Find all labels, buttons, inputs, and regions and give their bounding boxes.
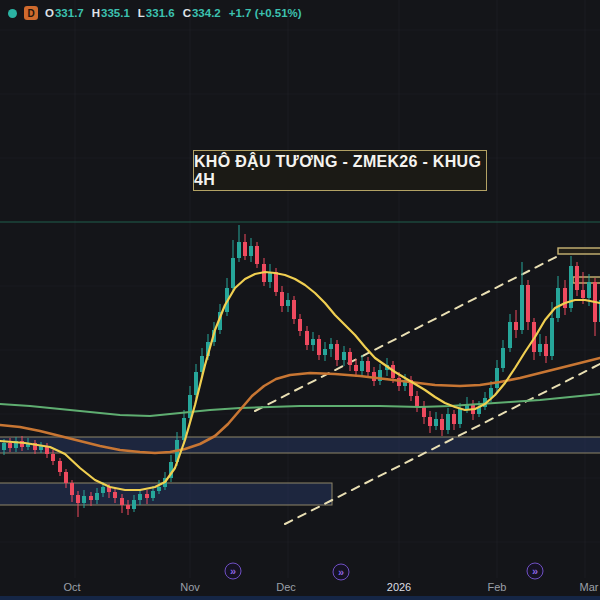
candle-body <box>101 487 105 493</box>
candle-body <box>428 417 432 426</box>
replay-jump-icon[interactable]: » <box>225 563 242 580</box>
candle-body <box>323 349 327 355</box>
candle-body <box>58 461 62 472</box>
candle-body <box>360 361 364 371</box>
candle-body <box>440 419 444 430</box>
candle-body <box>2 443 6 450</box>
candle-body <box>95 493 99 500</box>
candle-body <box>526 285 530 322</box>
candle-body <box>563 288 567 308</box>
candle-body <box>587 282 591 298</box>
bottom-panel-divider <box>0 596 600 600</box>
time-axis-label-mar: Mar <box>580 581 599 593</box>
replay-jump-icon[interactable]: » <box>527 563 544 580</box>
candle-body <box>280 292 284 306</box>
candle-body <box>76 495 80 503</box>
chart-title-text: KHÔ ĐẬU TƯƠNG - ZMEK26 - KHUG 4H <box>194 153 486 189</box>
candle-body <box>415 396 419 406</box>
candle-body <box>8 443 12 448</box>
candle-body <box>249 246 253 256</box>
candle-body <box>366 361 370 372</box>
candle-body <box>501 348 505 368</box>
candle-body <box>89 496 93 500</box>
candle-body <box>317 339 321 355</box>
close-value: 334.2 <box>192 7 221 19</box>
candle-body <box>274 272 278 292</box>
candle-body <box>286 300 290 306</box>
candle-body <box>544 344 548 356</box>
candle-body <box>298 319 302 331</box>
time-axis-label-2026: 2026 <box>387 581 411 593</box>
candle-body <box>495 368 499 388</box>
low-label: L <box>138 7 145 19</box>
candle-body <box>243 242 247 256</box>
channel-trendline <box>255 255 560 411</box>
candle-body <box>452 414 456 424</box>
candle-body <box>231 258 235 288</box>
candle-body <box>292 300 296 319</box>
candle-body <box>151 491 155 498</box>
candle-body <box>520 285 524 330</box>
sd-zone <box>0 437 600 453</box>
replay-jump-icon[interactable]: » <box>333 564 350 581</box>
candle-body <box>145 494 149 498</box>
chart-canvas[interactable] <box>0 0 600 600</box>
candle-body <box>514 322 518 330</box>
candle-body <box>335 344 339 360</box>
candle-body <box>342 352 346 360</box>
low-value: 331.6 <box>146 7 175 19</box>
candle-body <box>575 266 579 290</box>
candle-body <box>70 483 74 495</box>
open-label: O <box>45 7 54 19</box>
high-value: 335.1 <box>101 7 130 19</box>
series-visibility-dot-icon[interactable] <box>8 9 17 18</box>
time-axis-label-feb: Feb <box>488 581 507 593</box>
close-label: C <box>183 7 191 19</box>
candle-body <box>237 242 241 258</box>
symbol-legend[interactable]: D O331.7 H335.1 L331.6 C334.2 +1.7 (+0.5… <box>8 6 302 20</box>
candle-body <box>126 505 130 509</box>
candle-body <box>434 419 438 426</box>
candle-body <box>581 290 585 298</box>
candle-body <box>311 339 315 345</box>
change-value: +1.7 (+0.51%) <box>229 7 302 19</box>
candle-body <box>556 288 560 318</box>
candle-body <box>51 454 55 461</box>
candle-body <box>348 352 352 365</box>
candle-body <box>132 500 136 509</box>
candle-body <box>82 496 86 503</box>
candle-body <box>508 322 512 348</box>
candle-body <box>138 494 142 500</box>
ohlc-readout: O331.7 H335.1 L331.6 C334.2 +1.7 (+0.51%… <box>45 7 302 19</box>
chart-title-banner[interactable]: KHÔ ĐẬU TƯƠNG - ZMEK26 - KHUG 4H <box>193 150 487 191</box>
candle-body <box>538 344 542 352</box>
high-label: H <box>92 7 100 19</box>
candle-body <box>446 414 450 430</box>
candle-body <box>458 409 462 424</box>
level-box <box>558 248 600 254</box>
candle-body <box>550 318 554 356</box>
open-value: 331.7 <box>55 7 84 19</box>
time-axis-label-oct: Oct <box>63 581 80 593</box>
time-axis-label-nov: Nov <box>180 581 200 593</box>
trading-chart-window: D O331.7 H335.1 L331.6 C334.2 +1.7 (+0.5… <box>0 0 600 600</box>
candle-body <box>64 472 68 483</box>
time-axis-label-dec: Dec <box>276 581 296 593</box>
candle-body <box>329 344 333 349</box>
candle-body <box>113 492 117 498</box>
candle-body <box>157 487 161 491</box>
candle-body <box>305 331 309 345</box>
candle-body <box>255 246 259 264</box>
candle-body <box>120 498 124 505</box>
ma-slow-line <box>0 394 600 416</box>
candle-body <box>354 365 358 371</box>
timeframe-badge[interactable]: D <box>24 6 38 20</box>
